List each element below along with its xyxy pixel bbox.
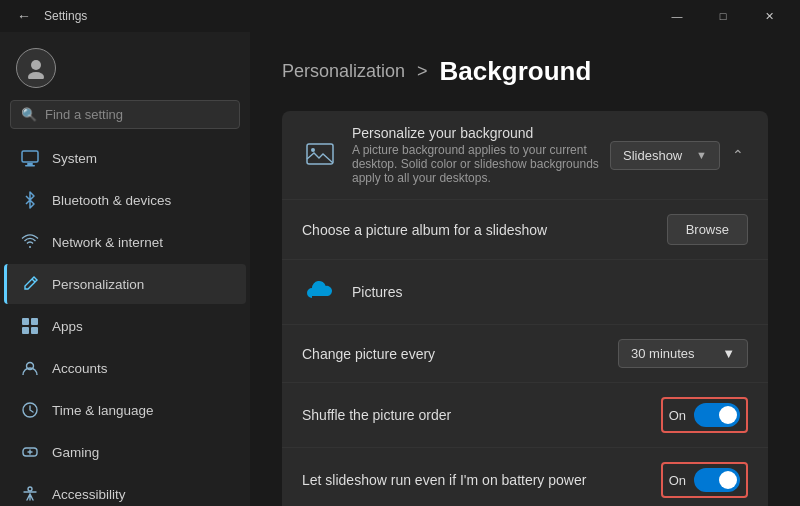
shuffle-text: Shuffle the picture order: [302, 407, 661, 423]
accounts-label: Accounts: [52, 361, 108, 376]
battery-toggle[interactable]: [694, 468, 740, 492]
background-icon: [302, 137, 338, 173]
pictures-row: Pictures: [282, 260, 768, 325]
sidebar-item-personalization[interactable]: Personalization: [4, 264, 246, 304]
svg-point-1: [28, 72, 44, 79]
personalization-icon: [20, 274, 40, 294]
sidebar-item-accessibility[interactable]: Accessibility: [4, 474, 246, 506]
system-label: System: [52, 151, 97, 166]
pictures-text: Pictures: [352, 284, 748, 300]
sidebar-item-apps[interactable]: Apps: [4, 306, 246, 346]
back-button[interactable]: ←: [12, 4, 36, 28]
page-header: Personalization > Background: [282, 56, 768, 87]
battery-row: Let slideshow run even if I'm on battery…: [282, 448, 768, 506]
shuffle-action: On: [661, 397, 748, 433]
gaming-label: Gaming: [52, 445, 99, 460]
dropdown-chevron: ▼: [696, 149, 707, 161]
network-label: Network & internet: [52, 235, 163, 250]
change-picture-dropdown[interactable]: 30 minutes ▼: [618, 339, 748, 368]
choose-album-text: Choose a picture album for a slideshow: [302, 222, 667, 238]
svg-rect-3: [27, 163, 33, 165]
time-icon: [20, 400, 40, 420]
battery-text: Let slideshow run even if I'm on battery…: [302, 472, 661, 488]
battery-label: Let slideshow run even if I'm on battery…: [302, 472, 661, 488]
svg-point-14: [311, 148, 315, 152]
shuffle-toggle[interactable]: [694, 403, 740, 427]
pictures-icon: [302, 274, 338, 310]
breadcrumb: Personalization: [282, 61, 405, 82]
sidebar-item-network[interactable]: Network & internet: [4, 222, 246, 262]
personalize-card: Personalize your background A picture ba…: [282, 111, 768, 506]
battery-action: On: [661, 462, 748, 498]
titlebar-controls: — □ ✕: [654, 0, 792, 32]
shuffle-row: Shuffle the picture order On: [282, 383, 768, 448]
personalize-title: Personalize your background: [352, 125, 610, 141]
app-body: 🔍 System: [0, 32, 800, 506]
change-picture-row: Change picture every 30 minutes ▼: [282, 325, 768, 383]
change-picture-value: 30 minutes: [631, 346, 695, 361]
personalize-text: Personalize your background A picture ba…: [352, 125, 610, 185]
shuffle-toggle-box: On: [661, 397, 748, 433]
personalization-label: Personalization: [52, 277, 144, 292]
collapse-button[interactable]: ⌃: [728, 143, 748, 167]
sidebar-item-system[interactable]: System: [4, 138, 246, 178]
background-type-dropdown[interactable]: Slideshow ▼: [610, 141, 720, 170]
background-type-value: Slideshow: [623, 148, 682, 163]
svg-rect-2: [22, 151, 38, 162]
choose-album-label: Choose a picture album for a slideshow: [302, 222, 667, 238]
network-icon: [20, 232, 40, 252]
search-box[interactable]: 🔍: [10, 100, 240, 129]
shuffle-on-label: On: [669, 408, 686, 423]
search-icon: 🔍: [21, 107, 37, 122]
sidebar-item-time[interactable]: Time & language: [4, 390, 246, 430]
minimize-button[interactable]: —: [654, 0, 700, 32]
battery-on-label: On: [669, 473, 686, 488]
sidebar-item-accounts[interactable]: Accounts: [4, 348, 246, 388]
shuffle-label: Shuffle the picture order: [302, 407, 661, 423]
sidebar-item-bluetooth[interactable]: Bluetooth & devices: [4, 180, 246, 220]
titlebar-left: ← Settings: [12, 4, 87, 28]
titlebar: ← Settings — □ ✕: [0, 0, 800, 32]
bluetooth-label: Bluetooth & devices: [52, 193, 171, 208]
personalize-subtitle: A picture background applies to your cur…: [352, 143, 610, 185]
battery-toggle-box: On: [661, 462, 748, 498]
svg-rect-4: [25, 165, 35, 167]
dropdown-chevron-2: ▼: [722, 346, 735, 361]
search-input[interactable]: [45, 107, 229, 122]
browse-action: Browse: [667, 214, 748, 245]
sidebar-item-gaming[interactable]: Gaming: [4, 432, 246, 472]
change-picture-action: 30 minutes ▼: [618, 339, 748, 368]
apps-label: Apps: [52, 319, 83, 334]
system-icon: [20, 148, 40, 168]
svg-rect-7: [22, 327, 29, 334]
main-content: Personalization > Background Personalize…: [250, 32, 800, 506]
svg-point-12: [28, 487, 32, 491]
breadcrumb-separator: >: [417, 61, 428, 82]
maximize-button[interactable]: □: [700, 0, 746, 32]
time-label: Time & language: [52, 403, 154, 418]
apps-icon: [20, 316, 40, 336]
svg-rect-5: [22, 318, 29, 325]
change-picture-text: Change picture every: [302, 346, 618, 362]
gaming-icon: [20, 442, 40, 462]
accessibility-icon: [20, 484, 40, 504]
change-picture-label: Change picture every: [302, 346, 618, 362]
svg-rect-6: [31, 318, 38, 325]
browse-button[interactable]: Browse: [667, 214, 748, 245]
accessibility-label: Accessibility: [52, 487, 126, 502]
svg-rect-13: [307, 144, 333, 164]
pictures-label: Pictures: [352, 284, 748, 300]
avatar: [16, 48, 56, 88]
page-title: Background: [440, 56, 592, 87]
sidebar-profile: [0, 32, 250, 100]
titlebar-title: Settings: [44, 9, 87, 23]
sidebar-nav: System Bluetooth & devices: [0, 137, 250, 506]
sidebar: 🔍 System: [0, 32, 250, 506]
svg-rect-8: [31, 327, 38, 334]
accounts-icon: [20, 358, 40, 378]
bluetooth-icon: [20, 190, 40, 210]
choose-album-row: Choose a picture album for a slideshow B…: [282, 200, 768, 260]
personalize-row: Personalize your background A picture ba…: [282, 111, 768, 200]
personalize-action: Slideshow ▼ ⌃: [610, 141, 748, 170]
close-button[interactable]: ✕: [746, 0, 792, 32]
